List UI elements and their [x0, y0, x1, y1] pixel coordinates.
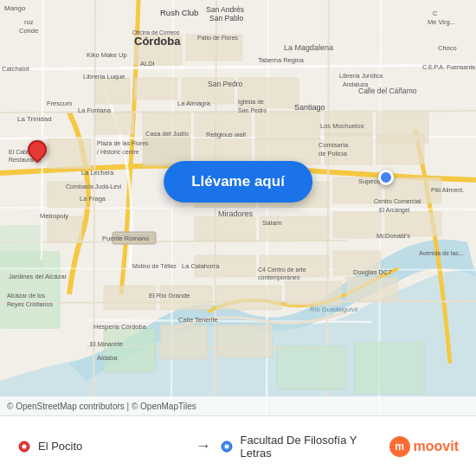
- svg-text:contemporáneo: contemporáneo: [258, 274, 300, 281]
- svg-text:Librería Jurídica: Librería Jurídica: [339, 73, 383, 79]
- destination-item: Facultad De Filosofía Y Letras: [220, 434, 389, 460]
- svg-text:Kiko Make Up: Kiko Make Up: [87, 51, 127, 59]
- svg-text:Hesperia Córdoba: Hesperia Córdoba: [93, 323, 147, 331]
- destination-icon: [220, 440, 234, 453]
- svg-text:Piki Aliment.: Piki Aliment.: [431, 187, 464, 193]
- svg-text:Puente Romano: Puente Romano: [102, 235, 149, 242]
- svg-text:Librería Luque: Librería Luque: [83, 73, 125, 80]
- moovit-icon: m: [389, 436, 410, 457]
- svg-text:Miradores: Miradores: [218, 209, 254, 218]
- svg-text:C.E.P.A. Fuensanta: C.E.P.A. Fuensanta: [422, 64, 475, 70]
- svg-point-132: [224, 444, 228, 448]
- svg-text:La Lechera: La Lechera: [81, 169, 114, 177]
- svg-text:C: C: [433, 10, 438, 17]
- svg-text:Metropoly: Metropoly: [40, 212, 68, 220]
- svg-text:Reyes Cristianos: Reyes Cristianos: [7, 301, 53, 308]
- svg-text:C4 Centro de arte: C4 Centro de arte: [258, 267, 306, 273]
- moovit-brand-text: moovit: [414, 439, 459, 454]
- svg-text:El Río Grande: El Río Grande: [149, 292, 190, 299]
- svg-rect-55: [216, 286, 281, 310]
- svg-rect-61: [277, 346, 346, 389]
- svg-text:Comisaría: Comisaría: [318, 141, 349, 149]
- svg-text:Rush Club: Rush Club: [160, 8, 198, 17]
- svg-rect-62: [355, 342, 424, 394]
- moovit-logo: m moovit: [389, 436, 459, 457]
- origin-marker: [28, 140, 47, 159]
- svg-text:Me Virg...: Me Virg...: [428, 18, 455, 26]
- svg-rect-31: [255, 113, 320, 140]
- svg-text:ruz: ruz: [24, 18, 34, 26]
- svg-text:Casa del Judío: Casa del Judío: [145, 130, 189, 138]
- map-attribution: © OpenStreetMap contributors | © OpenMap…: [0, 396, 476, 415]
- svg-text:Alcázar de los: Alcázar de los: [7, 293, 45, 299]
- arrow-separator: →: [187, 437, 220, 455]
- svg-text:San Pablo: San Pablo: [209, 14, 243, 23]
- svg-text:Avenida de las...: Avenida de las...: [419, 250, 464, 256]
- svg-text:Mango: Mango: [4, 4, 26, 12]
- navigate-button[interactable]: Llévame aquí: [164, 161, 312, 203]
- svg-rect-56: [286, 281, 342, 306]
- svg-rect-58: [104, 329, 156, 372]
- svg-text:San Andrés: San Andrés: [206, 5, 244, 14]
- svg-text:Aldaba: Aldaba: [97, 354, 118, 362]
- svg-text:La Fraga: La Fraga: [80, 195, 106, 203]
- svg-text:Comisaría Judá-Levi: Comisaría Judá-Levi: [66, 183, 122, 190]
- svg-text:San Pedro: San Pedro: [208, 80, 242, 88]
- svg-text:La Calahorra: La Calahorra: [182, 262, 220, 270]
- map-container: Rush Club San Andrés San Pablo Córdoba L…: [0, 0, 476, 415]
- svg-text:Centro Comercial: Centro Comercial: [374, 198, 421, 204]
- svg-text:de Policía: de Policía: [318, 150, 348, 158]
- svg-text:El Minarete: El Minarete: [90, 340, 123, 348]
- svg-rect-59: [160, 325, 208, 359]
- svg-text:La Fontana: La Fontana: [78, 106, 112, 114]
- svg-text:Douglas DC7: Douglas DC7: [353, 268, 392, 276]
- svg-text:La Almagra: La Almagra: [177, 100, 211, 107]
- bottom-bar: El Pocito → Facultad De Filosofía Y Letr…: [0, 415, 476, 476]
- origin-item: El Pocito: [17, 440, 187, 453]
- svg-text:Salam: Salam: [262, 219, 282, 227]
- direction-arrow-icon: →: [196, 437, 211, 454]
- origin-label: El Pocito: [38, 440, 82, 453]
- svg-text:Choco: Choco: [438, 44, 457, 52]
- svg-rect-24: [95, 78, 130, 104]
- svg-point-130: [23, 444, 27, 448]
- svg-text:Patio de Flores: Patio de Flores: [197, 35, 239, 41]
- svg-text:Molino de Téllez: Molino de Téllez: [132, 263, 177, 269]
- svg-text:Los Mochuelos: Los Mochuelos: [320, 122, 364, 130]
- svg-text:La Magdalena: La Magdalena: [284, 43, 333, 52]
- svg-text:Supeco: Supeco: [358, 177, 380, 185]
- svg-text:Andaluza: Andaluza: [343, 81, 368, 87]
- svg-text:Oficina de Correos: Oficina de Correos: [132, 29, 180, 35]
- svg-text:El Arcángel: El Arcángel: [379, 207, 410, 214]
- destination-marker: [378, 170, 394, 185]
- svg-text:Jardines del Alcázar: Jardines del Alcázar: [9, 273, 68, 280]
- origin-icon: [17, 440, 31, 453]
- svg-text:Religious wall: Religious wall: [206, 131, 246, 138]
- svg-text:ALDI: ALDI: [140, 60, 155, 68]
- svg-text:/ Historic centre: / Historic centre: [97, 149, 139, 155]
- destination-label: Facultad De Filosofía Y Letras: [241, 434, 389, 460]
- svg-rect-46: [195, 216, 255, 241]
- svg-rect-34: [48, 138, 91, 169]
- svg-text:Frescum: Frescum: [47, 100, 72, 107]
- svg-text:La Trinidad: La Trinidad: [17, 115, 52, 123]
- svg-text:San Pedro: San Pedro: [238, 107, 267, 113]
- svg-rect-53: [104, 286, 156, 310]
- svg-rect-60: [216, 325, 273, 357]
- svg-text:Conde: Conde: [19, 27, 38, 35]
- svg-rect-25: [134, 78, 177, 100]
- svg-text:McDonald's: McDonald's: [376, 232, 410, 240]
- map-svg: Rush Club San Andrés San Pablo Córdoba L…: [0, 0, 476, 415]
- svg-rect-2: [0, 225, 43, 268]
- svg-text:Plaza de las Flores: Plaza de las Flores: [97, 140, 149, 146]
- svg-text:Río Guadalquivir: Río Guadalquivir: [310, 306, 358, 313]
- svg-rect-39: [376, 134, 424, 164]
- svg-text:Catchalot: Catchalot: [2, 65, 30, 73]
- svg-text:Córdoba: Córdoba: [134, 35, 181, 48]
- svg-rect-45: [48, 216, 82, 242]
- svg-text:Taberna Regina: Taberna Regina: [258, 56, 305, 64]
- svg-text:Calle del Cáñamo: Calle del Cáñamo: [358, 87, 417, 95]
- svg-text:Iglesia de: Iglesia de: [238, 99, 264, 106]
- svg-text:Santiago: Santiago: [294, 103, 325, 112]
- svg-text:Calle Tenerife: Calle Tenerife: [178, 316, 218, 324]
